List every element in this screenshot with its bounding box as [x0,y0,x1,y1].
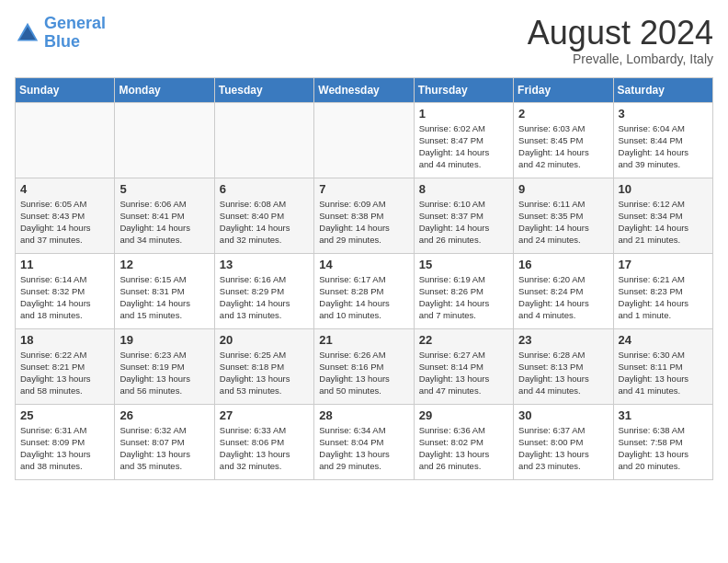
calendar-cell [16,102,115,178]
logo-line1: General [44,14,106,32]
day-info: Sunrise: 6:12 AM Sunset: 8:34 PM Dayligh… [619,198,708,247]
calendar-cell: 22Sunrise: 6:27 AM Sunset: 8:14 PM Dayli… [414,328,513,404]
calendar-cell: 20Sunrise: 6:25 AM Sunset: 8:18 PM Dayli… [214,328,313,404]
day-info: Sunrise: 6:08 AM Sunset: 8:40 PM Dayligh… [220,198,309,247]
day-number: 14 [319,258,408,271]
day-number: 29 [419,408,508,422]
day-info: Sunrise: 6:06 AM Sunset: 8:41 PM Dayligh… [119,198,209,247]
calendar-cell: 28Sunrise: 6:34 AM Sunset: 8:04 PM Dayli… [314,404,414,479]
day-info: Sunrise: 6:02 AM Sunset: 8:47 PM Dayligh… [419,122,508,171]
calendar-cell: 3Sunrise: 6:04 AM Sunset: 8:44 PM Daylig… [613,102,712,178]
day-header-thursday: Thursday [414,77,513,102]
day-number: 10 [619,182,708,196]
day-info: Sunrise: 6:25 AM Sunset: 8:18 PM Dayligh… [220,349,309,397]
day-info: Sunrise: 6:19 AM Sunset: 8:26 PM Dayligh… [419,273,508,322]
calendar-cell: 12Sunrise: 6:15 AM Sunset: 8:31 PM Dayli… [115,253,214,328]
calendar-cell: 25Sunrise: 6:31 AM Sunset: 8:09 PM Dayli… [16,404,115,479]
calendar-cell: 27Sunrise: 6:33 AM Sunset: 8:06 PM Dayli… [214,404,313,479]
day-number: 17 [619,258,708,271]
day-info: Sunrise: 6:15 AM Sunset: 8:31 PM Dayligh… [119,273,209,322]
logo-line2: Blue [44,32,80,51]
day-number: 11 [20,258,109,271]
day-info: Sunrise: 6:05 AM Sunset: 8:43 PM Dayligh… [20,198,109,247]
day-info: Sunrise: 6:26 AM Sunset: 8:16 PM Dayligh… [319,349,408,397]
calendar-cell: 31Sunrise: 6:38 AM Sunset: 7:58 PM Dayli… [613,404,712,479]
calendar-cell: 23Sunrise: 6:28 AM Sunset: 8:13 PM Dayli… [514,328,613,404]
day-info: Sunrise: 6:20 AM Sunset: 8:24 PM Dayligh… [518,273,608,322]
day-header-sunday: Sunday [16,77,115,102]
calendar-week-4: 18Sunrise: 6:22 AM Sunset: 8:21 PM Dayli… [16,328,713,404]
calendar-cell: 30Sunrise: 6:37 AM Sunset: 8:00 PM Dayli… [514,404,613,479]
day-number: 1 [419,107,508,121]
day-info: Sunrise: 6:33 AM Sunset: 8:06 PM Dayligh… [220,424,309,473]
day-info: Sunrise: 6:37 AM Sunset: 8:00 PM Dayligh… [518,424,608,473]
day-header-tuesday: Tuesday [214,77,313,102]
calendar-cell: 4Sunrise: 6:05 AM Sunset: 8:43 PM Daylig… [16,178,115,253]
calendar-cell: 5Sunrise: 6:06 AM Sunset: 8:41 PM Daylig… [115,178,214,253]
day-number: 12 [119,258,209,271]
title-block: August 2024 Prevalle, Lombardy, Italy [528,15,713,66]
day-number: 27 [220,408,309,422]
day-info: Sunrise: 6:27 AM Sunset: 8:14 PM Dayligh… [419,349,508,397]
calendar-week-5: 25Sunrise: 6:31 AM Sunset: 8:09 PM Dayli… [16,404,713,479]
month-year: August 2024 [528,15,713,52]
day-info: Sunrise: 6:11 AM Sunset: 8:35 PM Dayligh… [518,198,608,247]
day-header-wednesday: Wednesday [314,77,414,102]
day-number: 8 [419,182,508,196]
day-number: 19 [119,333,209,347]
day-number: 4 [20,182,109,196]
day-number: 30 [518,408,608,422]
day-info: Sunrise: 6:14 AM Sunset: 8:32 PM Dayligh… [20,273,109,322]
day-number: 26 [119,408,209,422]
day-number: 22 [419,333,508,347]
day-number: 9 [518,182,608,196]
day-number: 25 [20,408,109,422]
day-number: 15 [419,258,508,271]
day-header-monday: Monday [115,77,214,102]
calendar-cell: 11Sunrise: 6:14 AM Sunset: 8:32 PM Dayli… [16,253,115,328]
day-info: Sunrise: 6:17 AM Sunset: 8:28 PM Dayligh… [319,273,408,322]
calendar-cell: 13Sunrise: 6:16 AM Sunset: 8:29 PM Dayli… [214,253,313,328]
calendar-week-1: 1Sunrise: 6:02 AM Sunset: 8:47 PM Daylig… [16,102,713,178]
day-info: Sunrise: 6:32 AM Sunset: 8:07 PM Dayligh… [119,424,209,473]
calendar-cell [214,102,313,178]
day-info: Sunrise: 6:10 AM Sunset: 8:37 PM Dayligh… [419,198,508,247]
calendar-cell: 14Sunrise: 6:17 AM Sunset: 8:28 PM Dayli… [314,253,414,328]
day-number: 3 [619,107,708,121]
page-header: General Blue August 2024 Prevalle, Lomba… [15,15,713,66]
day-info: Sunrise: 6:21 AM Sunset: 8:23 PM Dayligh… [619,273,708,322]
calendar-cell: 1Sunrise: 6:02 AM Sunset: 8:47 PM Daylig… [414,102,513,178]
day-info: Sunrise: 6:22 AM Sunset: 8:21 PM Dayligh… [20,349,109,397]
day-number: 31 [619,408,708,422]
calendar-cell [115,102,214,178]
day-info: Sunrise: 6:31 AM Sunset: 8:09 PM Dayligh… [20,424,109,473]
day-header-friday: Friday [514,77,613,102]
calendar-cell: 6Sunrise: 6:08 AM Sunset: 8:40 PM Daylig… [214,178,313,253]
day-number: 13 [220,258,309,271]
day-number: 6 [220,182,309,196]
day-header-saturday: Saturday [613,77,712,102]
day-number: 21 [319,333,408,347]
day-number: 2 [518,107,608,121]
calendar-week-2: 4Sunrise: 6:05 AM Sunset: 8:43 PM Daylig… [16,178,713,253]
day-info: Sunrise: 6:23 AM Sunset: 8:19 PM Dayligh… [119,349,209,397]
day-number: 20 [220,333,309,347]
calendar-table: SundayMondayTuesdayWednesdayThursdayFrid… [15,77,713,480]
calendar-cell: 9Sunrise: 6:11 AM Sunset: 8:35 PM Daylig… [514,178,613,253]
calendar-cell: 16Sunrise: 6:20 AM Sunset: 8:24 PM Dayli… [514,253,613,328]
calendar-cell: 15Sunrise: 6:19 AM Sunset: 8:26 PM Dayli… [414,253,513,328]
day-number: 5 [119,182,209,196]
calendar-week-3: 11Sunrise: 6:14 AM Sunset: 8:32 PM Dayli… [16,253,713,328]
day-info: Sunrise: 6:38 AM Sunset: 7:58 PM Dayligh… [619,424,708,473]
calendar-cell: 2Sunrise: 6:03 AM Sunset: 8:45 PM Daylig… [514,102,613,178]
day-info: Sunrise: 6:36 AM Sunset: 8:02 PM Dayligh… [419,424,508,473]
location: Prevalle, Lombardy, Italy [528,52,713,66]
calendar-cell: 17Sunrise: 6:21 AM Sunset: 8:23 PM Dayli… [613,253,712,328]
day-number: 16 [518,258,608,271]
day-number: 24 [619,333,708,347]
calendar-cell: 18Sunrise: 6:22 AM Sunset: 8:21 PM Dayli… [16,328,115,404]
day-info: Sunrise: 6:09 AM Sunset: 8:38 PM Dayligh… [319,198,408,247]
calendar-cell [314,102,414,178]
calendar-cell: 24Sunrise: 6:30 AM Sunset: 8:11 PM Dayli… [613,328,712,404]
day-number: 18 [20,333,109,347]
